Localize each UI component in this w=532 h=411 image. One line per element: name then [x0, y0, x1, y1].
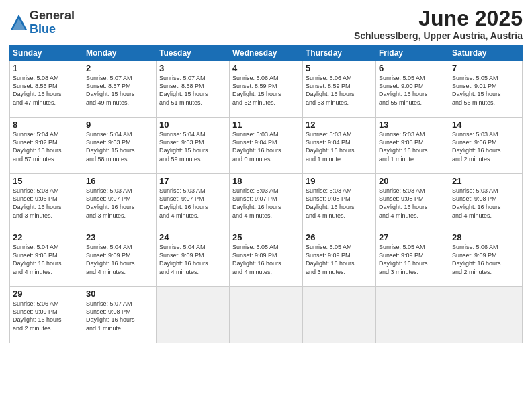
- day-info: Sunrise: 5:03 AM Sunset: 9:05 PM Dayligh…: [379, 130, 446, 163]
- table-cell: 5Sunrise: 5:06 AM Sunset: 8:59 PM Daylig…: [303, 61, 376, 118]
- month-title: June 2025: [354, 7, 523, 30]
- table-cell: [449, 287, 523, 343]
- day-info: Sunrise: 5:04 AM Sunset: 9:08 PM Dayligh…: [13, 243, 80, 276]
- day-number: 11: [232, 120, 300, 130]
- day-info: Sunrise: 5:05 AM Sunset: 9:09 PM Dayligh…: [306, 243, 373, 276]
- day-info: Sunrise: 5:04 AM Sunset: 9:03 PM Dayligh…: [86, 130, 153, 163]
- logo-general: General: [30, 9, 75, 23]
- day-info: Sunrise: 5:03 AM Sunset: 9:06 PM Dayligh…: [13, 187, 80, 220]
- day-number: 16: [86, 176, 153, 186]
- col-thursday: Thursday: [303, 46, 376, 61]
- location-subtitle: Schluesslberg, Upper Austria, Austria: [354, 30, 523, 41]
- table-cell: 15Sunrise: 5:03 AM Sunset: 9:06 PM Dayli…: [10, 174, 83, 230]
- day-number: 2: [86, 63, 153, 73]
- table-cell: 28Sunrise: 5:06 AM Sunset: 9:09 PM Dayli…: [449, 230, 523, 287]
- table-cell: [157, 287, 230, 343]
- day-info: Sunrise: 5:06 AM Sunset: 8:59 PM Dayligh…: [232, 74, 300, 107]
- table-cell: 22Sunrise: 5:04 AM Sunset: 9:08 PM Dayli…: [10, 230, 83, 287]
- day-info: Sunrise: 5:03 AM Sunset: 9:04 PM Dayligh…: [232, 130, 300, 163]
- day-number: 23: [86, 232, 153, 242]
- day-info: Sunrise: 5:08 AM Sunset: 8:56 PM Dayligh…: [13, 74, 80, 107]
- day-info: Sunrise: 5:05 AM Sunset: 9:01 PM Dayligh…: [452, 74, 519, 107]
- table-cell: 17Sunrise: 5:03 AM Sunset: 9:07 PM Dayli…: [157, 174, 230, 230]
- day-info: Sunrise: 5:05 AM Sunset: 9:09 PM Dayligh…: [379, 243, 446, 276]
- day-info: Sunrise: 5:07 AM Sunset: 9:08 PM Dayligh…: [86, 300, 153, 332]
- calendar-week-5: 29Sunrise: 5:06 AM Sunset: 9:09 PM Dayli…: [10, 287, 523, 343]
- day-number: 27: [379, 232, 446, 242]
- table-cell: 13Sunrise: 5:03 AM Sunset: 9:05 PM Dayli…: [376, 118, 449, 174]
- day-info: Sunrise: 5:03 AM Sunset: 9:04 PM Dayligh…: [306, 130, 373, 163]
- table-cell: 18Sunrise: 5:03 AM Sunset: 9:07 PM Dayli…: [230, 174, 303, 230]
- day-number: 28: [452, 232, 519, 242]
- table-cell: 29Sunrise: 5:06 AM Sunset: 9:09 PM Dayli…: [10, 287, 83, 343]
- table-cell: 20Sunrise: 5:03 AM Sunset: 9:08 PM Dayli…: [376, 174, 449, 230]
- table-cell: 1Sunrise: 5:08 AM Sunset: 8:56 PM Daylig…: [10, 61, 83, 118]
- logo-blue: Blue: [30, 23, 75, 36]
- day-number: 25: [232, 232, 300, 242]
- day-number: 5: [306, 63, 373, 73]
- calendar-week-2: 8Sunrise: 5:04 AM Sunset: 9:02 PM Daylig…: [10, 118, 523, 174]
- table-cell: 4Sunrise: 5:06 AM Sunset: 8:59 PM Daylig…: [230, 61, 303, 118]
- day-info: Sunrise: 5:04 AM Sunset: 9:02 PM Dayligh…: [13, 130, 80, 163]
- day-info: Sunrise: 5:04 AM Sunset: 9:03 PM Dayligh…: [159, 130, 226, 163]
- day-number: 24: [159, 232, 226, 242]
- day-number: 13: [379, 120, 446, 130]
- page: General Blue June 2025 Schluesslberg, Up…: [0, 0, 532, 411]
- table-cell: 16Sunrise: 5:03 AM Sunset: 9:07 PM Dayli…: [83, 174, 157, 230]
- day-info: Sunrise: 5:04 AM Sunset: 9:09 PM Dayligh…: [159, 243, 226, 276]
- day-number: 18: [232, 176, 300, 186]
- table-cell: [303, 287, 376, 343]
- day-info: Sunrise: 5:06 AM Sunset: 9:09 PM Dayligh…: [13, 300, 80, 332]
- table-cell: 26Sunrise: 5:05 AM Sunset: 9:09 PM Dayli…: [303, 230, 376, 287]
- table-cell: 8Sunrise: 5:04 AM Sunset: 9:02 PM Daylig…: [10, 118, 83, 174]
- logo-text: General Blue: [30, 9, 75, 36]
- calendar-header-row: Sunday Monday Tuesday Wednesday Thursday…: [10, 46, 523, 61]
- day-number: 29: [13, 289, 80, 299]
- header: General Blue June 2025 Schluesslberg, Up…: [9, 7, 523, 41]
- day-info: Sunrise: 5:03 AM Sunset: 9:06 PM Dayligh…: [452, 130, 519, 163]
- calendar-table: Sunday Monday Tuesday Wednesday Thursday…: [9, 45, 523, 343]
- day-number: 15: [13, 176, 80, 186]
- table-cell: 11Sunrise: 5:03 AM Sunset: 9:04 PM Dayli…: [230, 118, 303, 174]
- table-cell: 6Sunrise: 5:05 AM Sunset: 9:00 PM Daylig…: [376, 61, 449, 118]
- day-number: 10: [159, 120, 226, 130]
- day-number: 20: [379, 176, 446, 186]
- table-cell: 24Sunrise: 5:04 AM Sunset: 9:09 PM Dayli…: [157, 230, 230, 287]
- table-cell: 14Sunrise: 5:03 AM Sunset: 9:06 PM Dayli…: [449, 118, 523, 174]
- col-monday: Monday: [83, 46, 157, 61]
- day-number: 19: [306, 176, 373, 186]
- logo-icon: [9, 13, 28, 32]
- day-info: Sunrise: 5:04 AM Sunset: 9:09 PM Dayligh…: [86, 243, 153, 276]
- day-info: Sunrise: 5:03 AM Sunset: 9:08 PM Dayligh…: [306, 187, 373, 220]
- table-cell: 9Sunrise: 5:04 AM Sunset: 9:03 PM Daylig…: [83, 118, 157, 174]
- day-number: 8: [13, 120, 80, 130]
- day-number: 12: [306, 120, 373, 130]
- table-cell: 10Sunrise: 5:04 AM Sunset: 9:03 PM Dayli…: [157, 118, 230, 174]
- day-number: 30: [86, 289, 153, 299]
- day-info: Sunrise: 5:07 AM Sunset: 8:58 PM Dayligh…: [159, 74, 226, 107]
- col-saturday: Saturday: [449, 46, 523, 61]
- table-cell: 19Sunrise: 5:03 AM Sunset: 9:08 PM Dayli…: [303, 174, 376, 230]
- day-number: 22: [13, 232, 80, 242]
- day-info: Sunrise: 5:05 AM Sunset: 9:09 PM Dayligh…: [232, 243, 300, 276]
- day-number: 1: [13, 63, 80, 73]
- day-info: Sunrise: 5:03 AM Sunset: 9:07 PM Dayligh…: [86, 187, 153, 220]
- day-info: Sunrise: 5:07 AM Sunset: 8:57 PM Dayligh…: [86, 74, 153, 107]
- calendar-week-4: 22Sunrise: 5:04 AM Sunset: 9:08 PM Dayli…: [10, 230, 523, 287]
- day-info: Sunrise: 5:03 AM Sunset: 9:08 PM Dayligh…: [452, 187, 519, 220]
- col-tuesday: Tuesday: [157, 46, 230, 61]
- table-cell: 27Sunrise: 5:05 AM Sunset: 9:09 PM Dayli…: [376, 230, 449, 287]
- day-number: 3: [159, 63, 226, 73]
- day-number: 26: [306, 232, 373, 242]
- col-sunday: Sunday: [10, 46, 83, 61]
- day-number: 9: [86, 120, 153, 130]
- table-cell: 25Sunrise: 5:05 AM Sunset: 9:09 PM Dayli…: [230, 230, 303, 287]
- day-number: 6: [379, 63, 446, 73]
- day-number: 21: [452, 176, 519, 186]
- calendar-week-3: 15Sunrise: 5:03 AM Sunset: 9:06 PM Dayli…: [10, 174, 523, 230]
- table-cell: 3Sunrise: 5:07 AM Sunset: 8:58 PM Daylig…: [157, 61, 230, 118]
- title-block: June 2025 Schluesslberg, Upper Austria, …: [354, 7, 523, 41]
- table-cell: 23Sunrise: 5:04 AM Sunset: 9:09 PM Dayli…: [83, 230, 157, 287]
- day-info: Sunrise: 5:03 AM Sunset: 9:07 PM Dayligh…: [159, 187, 226, 220]
- day-info: Sunrise: 5:03 AM Sunset: 9:08 PM Dayligh…: [379, 187, 446, 220]
